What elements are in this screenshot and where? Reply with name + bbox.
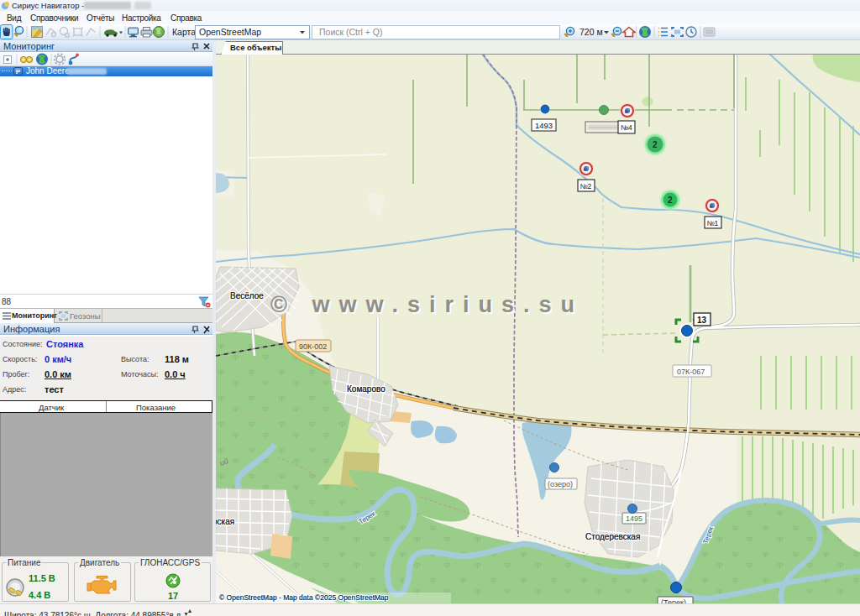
svg-text:13: 13: [697, 316, 707, 325]
svg-text:№4: №4: [621, 123, 632, 132]
svg-text:07К-067: 07К-067: [677, 368, 705, 376]
svg-text:2: 2: [653, 140, 658, 149]
svg-text:© OpenStreetMap - Map data ©20: © OpenStreetMap - Map data ©2025 OpenStr…: [219, 593, 389, 602]
svg-text:Стодеревская: Стодеревская: [585, 532, 640, 541]
svg-text:№2: №2: [580, 182, 592, 191]
svg-text:Карта:: Карта:: [172, 27, 198, 37]
svg-text:рская: рская: [216, 517, 234, 526]
svg-text:(озеро): (озеро): [548, 480, 573, 488]
svg-text:№1: №1: [707, 219, 719, 227]
svg-text:2: 2: [668, 196, 673, 205]
svg-text:Весёлое: Весёлое: [230, 291, 264, 300]
svg-text:1495: 1495: [626, 514, 642, 523]
svg-text:© www.sirius.su: © www.sirius.su: [270, 292, 584, 317]
svg-text:OpenStreetMap: OpenStreetMap: [199, 27, 261, 37]
svg-text:720 м: 720 м: [579, 27, 603, 37]
svg-text:90К-002: 90К-002: [299, 342, 327, 351]
svg-text:Комарово: Комарово: [347, 384, 385, 394]
svg-text:Поиск (Ctrl + Q): Поиск (Ctrl + Q): [319, 27, 382, 37]
svg-text:1493: 1493: [535, 121, 553, 130]
